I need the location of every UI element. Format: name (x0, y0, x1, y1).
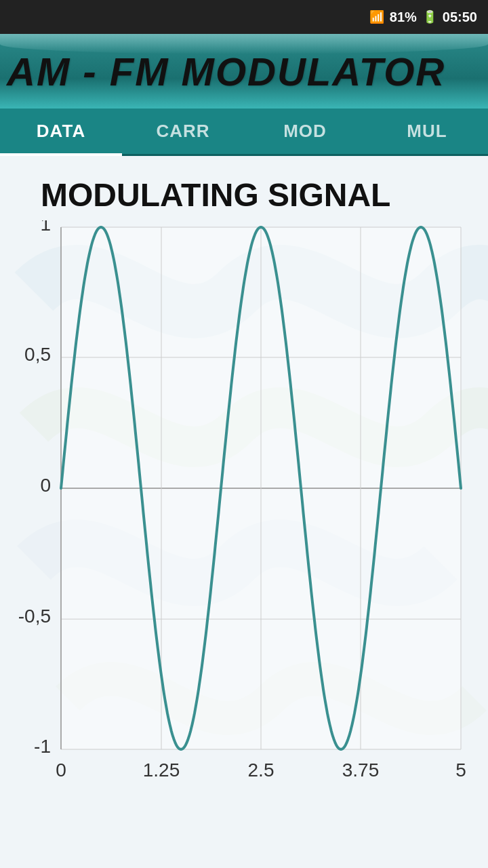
svg-text:0: 0 (40, 475, 51, 496)
tab-mul[interactable]: MUL (366, 108, 488, 154)
tab-data[interactable]: DATA (0, 108, 122, 154)
battery-percentage: 81% (390, 9, 417, 25)
status-bar: 📶 81% 🔋 05:50 (0, 0, 488, 34)
svg-text:2,5: 2,5 (248, 760, 274, 776)
svg-text:0: 0 (56, 760, 66, 776)
chart-title: MODULATING SIGNAL (0, 156, 488, 220)
main-content: MODULATING SIGNAL (0, 156, 488, 868)
svg-text:1,25: 1,25 (143, 760, 180, 776)
clock: 05:50 (443, 9, 477, 25)
chart-svg: 1 0,5 0 -0,5 -1 0 1,25 2,5 3,75 5 (14, 220, 474, 776)
battery-icon: 🔋 (422, 9, 437, 24)
signal-icon: 📶 (369, 9, 384, 24)
svg-text:1: 1 (40, 220, 51, 235)
app-header: AM - FM MODULATOR (0, 34, 488, 108)
svg-text:3,75: 3,75 (342, 760, 380, 776)
svg-text:-0,5: -0,5 (18, 606, 51, 627)
tab-bar: DATA CARR MOD MUL (0, 108, 488, 156)
app-title: AM - FM MODULATOR (7, 49, 445, 94)
tab-mod[interactable]: MOD (244, 108, 366, 154)
chart-container: 1 0,5 0 -0,5 -1 0 1,25 2,5 3,75 5 (14, 220, 474, 776)
svg-text:0,5: 0,5 (24, 344, 51, 365)
tab-carr[interactable]: CARR (122, 108, 244, 154)
svg-text:5: 5 (455, 760, 466, 776)
svg-text:-1: -1 (34, 736, 51, 757)
